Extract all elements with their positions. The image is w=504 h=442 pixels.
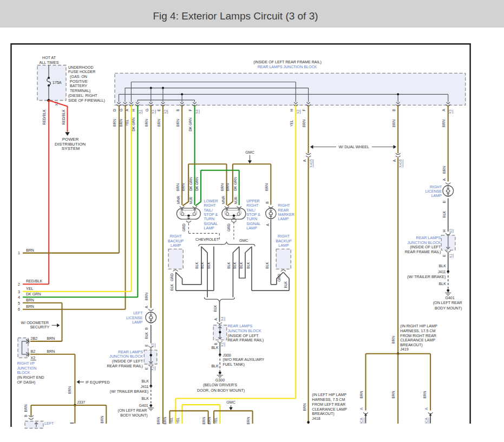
svg-text:E: E [157, 109, 161, 111]
svg-text:X416: X416 [398, 159, 402, 168]
svg-text:RIGHT: RIGHT [170, 234, 182, 239]
svg-text:E: E [145, 344, 148, 347]
svg-text:MJR: MJR [189, 196, 193, 204]
svg-text:BLK: BLK [442, 210, 446, 217]
svg-text:B2: B2 [31, 349, 36, 354]
svg-text:BRN: BRN [181, 183, 185, 191]
svg-text:J419: J419 [400, 347, 408, 352]
svg-text:SIGNAL: SIGNAL [204, 222, 218, 226]
svg-text:JUNCTION: JUNCTION [17, 366, 36, 371]
svg-text:TURN: TURN [246, 217, 257, 221]
svg-text:BLK: BLK [265, 262, 269, 269]
svg-text:A: A [424, 407, 428, 410]
svg-text:FUSE HOLDER: FUSE HOLDER [68, 70, 95, 74]
svg-text:X3: X3 [150, 343, 154, 347]
svg-text:BRN: BRN [26, 298, 34, 302]
svg-text:BODY MOUNT): BODY MOUNT) [120, 413, 147, 418]
svg-text:BRN: BRN [391, 391, 395, 398]
svg-text:A: A [214, 318, 218, 321]
svg-text:BRN: BRN [68, 386, 71, 394]
svg-text:BRN: BRN [145, 293, 148, 300]
svg-text:A: A [145, 306, 148, 308]
svg-text:B: B [266, 201, 270, 203]
svg-text:POSITIVE: POSITIVE [70, 80, 88, 84]
svg-text:(W/O REAR AUXILIARY: (W/O REAR AUXILIARY [222, 358, 264, 362]
svg-text:BLK: BLK [233, 262, 237, 269]
svg-text:BRN: BRN [442, 166, 446, 174]
svg-text:BRN: BRN [226, 183, 230, 191]
svg-text:X2: X2 [31, 356, 36, 360]
svg-text:GMC: GMC [226, 400, 235, 405]
svg-text:LAMP: LAMP [278, 243, 289, 248]
svg-text:J411: J411 [141, 385, 149, 389]
svg-text:(IN LEFT HIP LAMP: (IN LEFT HIP LAMP [312, 393, 346, 397]
svg-text:BLK: BLK [211, 364, 219, 368]
svg-text:CHEVROLET: CHEVROLET [195, 238, 219, 242]
svg-text:ICA: ICA [359, 417, 363, 424]
svg-text:RIGHT: RIGHT [246, 203, 259, 208]
svg-text:LAMP: LAMP [171, 243, 181, 248]
svg-text:G401: G401 [445, 296, 454, 300]
svg-text:ICA: ICA [424, 417, 428, 424]
svg-text:YEL: YEL [26, 287, 33, 291]
svg-text:BRN: BRN [265, 183, 269, 191]
svg-text:BLK: BLK [227, 262, 231, 269]
svg-text:BRN: BRN [392, 120, 396, 127]
svg-text:BLK: BLK [170, 283, 174, 291]
svg-text:BRN: BRN [100, 415, 104, 423]
svg-text:X4: X4 [195, 109, 199, 114]
svg-text:(W/ TRAILER BRAKE): (W/ TRAILER BRAKE) [407, 275, 446, 279]
svg-text:BLK: BLK [246, 262, 250, 269]
svg-text:RED/BLK: RED/BLK [42, 109, 46, 125]
svg-text:(DIESEL: RIGHT: (DIESEL: RIGHT [68, 94, 97, 98]
svg-text:X1: X1 [138, 109, 142, 114]
svg-text:X4: X4 [220, 316, 224, 321]
svg-text:X2: X2 [163, 109, 167, 114]
svg-text:GRD: GRD [170, 273, 174, 281]
svg-text:REAR: REAR [278, 208, 289, 213]
svg-text:FROM LEFT REAR: FROM LEFT REAR [312, 403, 345, 407]
svg-text:BRN: BRN [157, 119, 161, 127]
svg-text:MJR: MJR [234, 196, 238, 204]
svg-text:BATTERY: BATTERY [70, 84, 87, 88]
svg-text:DK GRN: DK GRN [26, 292, 41, 296]
svg-text:BRN: BRN [359, 391, 363, 398]
svg-text:B: B [176, 109, 180, 111]
svg-text:A: A [442, 178, 446, 181]
svg-text:J411: J411 [438, 270, 446, 274]
svg-text:BRN: BRN [156, 417, 160, 424]
svg-text:CLEARANCE LAMP: CLEARANCE LAMP [400, 338, 435, 342]
svg-text:G401: G401 [139, 404, 148, 408]
svg-text:(ON LEFT REAR: (ON LEFT REAR [118, 408, 147, 413]
svg-text:GMC: GMC [239, 239, 248, 243]
svg-text:BRN: BRN [26, 248, 34, 253]
svg-text:MNR: MNR [221, 196, 225, 204]
svg-text:BLK: BLK [142, 379, 149, 384]
svg-text:X2: X2 [296, 109, 300, 114]
svg-text:STOP &: STOP & [204, 213, 218, 217]
svg-text:BLK: BLK [142, 397, 149, 401]
svg-text:BLK: BLK [439, 264, 447, 268]
svg-text:YEL: YEL [176, 417, 180, 424]
svg-text:6: 6 [18, 307, 20, 312]
svg-text:E: E [145, 367, 148, 370]
svg-text:W/ ODOMETER: W/ ODOMETER [21, 321, 49, 325]
svg-text:B: B [442, 200, 446, 203]
svg-text:TAIL/: TAIL/ [204, 208, 213, 213]
svg-text:SYSTEM: SYSTEM [62, 146, 80, 151]
svg-text:LICENSE: LICENSE [126, 316, 143, 320]
svg-text:(IN RIGHT END: (IN RIGHT END [17, 375, 44, 380]
svg-text:BRN: BRN [202, 417, 206, 424]
svg-text:X1: X1 [220, 342, 224, 347]
svg-text:BRN: BRN [163, 417, 167, 424]
svg-text:ALL TIMES: ALL TIMES [40, 61, 59, 65]
svg-text:BLK: BLK [200, 262, 204, 269]
svg-text:FUEL TANK): FUEL TANK) [222, 362, 244, 367]
svg-text:BRN: BRN [176, 183, 180, 191]
svg-text:REAR FRAME RAIL): REAR FRAME RAIL) [228, 338, 264, 342]
svg-text:BLK: BLK [145, 332, 148, 339]
svg-text:F: F [302, 109, 306, 111]
svg-text:(IN RIGHT HIP LAMP: (IN RIGHT HIP LAMP [400, 324, 437, 328]
svg-text:RIGHT: RIGHT [204, 203, 217, 208]
svg-text:IF EQUIPPED: IF EQUIPPED [86, 380, 110, 385]
